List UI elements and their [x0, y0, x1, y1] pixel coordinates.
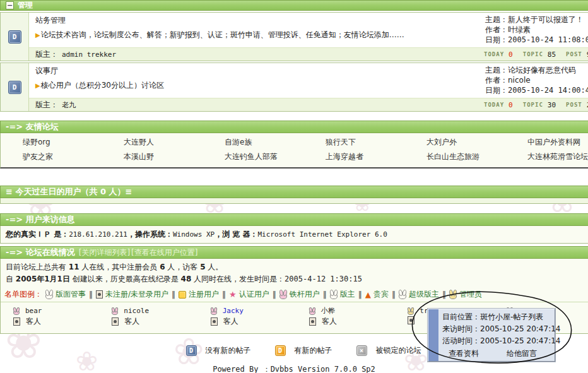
separator: ‖ [89, 290, 93, 299]
last-post-info: 主题：论坛好像有恶意代码 作者：nicole 日期：2005-10-24 14:… [484, 63, 588, 98]
topic-label: 主题： [485, 66, 508, 74]
online-user: nicole 客人 [112, 305, 210, 327]
friend-forum-link[interactable]: 狼行天下 [326, 137, 426, 148]
view-user-position-link[interactable]: [查看在线用户位置] [131, 247, 197, 258]
separator: ‖ [273, 290, 276, 299]
friend-forums-panel: 绿野org 大连野人 自游e族 狼行天下 大刘户外 中国户外资料网 驴友之家 本… [0, 133, 588, 169]
d-orange-icon: D [275, 345, 286, 356]
online-user: 小桦 客人 [309, 305, 408, 327]
forum-status-cell: D [1, 13, 29, 61]
photo-icon [13, 317, 20, 326]
os-value: Windows XP [173, 230, 215, 239]
author-label: 作者： [485, 76, 508, 85]
birthday-title: ≡ 今天过生日的用户（共 0 人）≡ [6, 186, 132, 198]
last-post-date: 2005-10-24 14:00:48 [508, 86, 588, 95]
author-label: 作者： [485, 25, 508, 34]
legend-item-label: 超级版主 [409, 289, 439, 300]
no-new-posts-icon[interactable]: D [8, 30, 21, 44]
separator: ‖ [222, 290, 226, 299]
friend-forum-link[interactable]: 本溪山野 [124, 151, 225, 162]
online-total-count: 11 [69, 263, 79, 271]
birthday-empty-row [0, 198, 588, 204]
friend-forum-link[interactable]: 大连林苑滑雪论坛 [527, 151, 588, 162]
friend-forum-link[interactable]: 上海穿越者 [326, 151, 426, 162]
collapse-icon[interactable]: − [6, 1, 14, 9]
legend-item-label: 注册用户 [189, 289, 219, 300]
bunny-white-icon [330, 293, 338, 299]
photo-icon [408, 316, 415, 324]
legend-item-label: 认证用户 [239, 289, 269, 300]
photo-icon [309, 317, 316, 326]
friend-forum-link[interactable]: 大刘户外 [426, 137, 527, 148]
forum-description-text: 论坛技术咨询，论坛制度公布、解答；新驴报到、认证；斑竹申请、管理投诉、任免通知；… [41, 30, 404, 39]
user-name-link[interactable]: nicole [124, 305, 149, 316]
today-label: TODAY [484, 51, 504, 57]
friend-forum-link[interactable]: 自游e族 [225, 137, 326, 148]
moderator-link[interactable]: admin trekker [62, 50, 116, 59]
forum-name-link[interactable]: 站务管理 [35, 15, 478, 26]
management-section-header: − 管理 [0, 0, 588, 11]
friend-forum-link[interactable]: 中国户外资料网 [527, 137, 588, 148]
friend-forum-link[interactable]: 大连钓鱼人部落 [225, 151, 326, 162]
forum-description: ▶论坛技术咨询，论坛制度公布、解答；新驴报到、认证；斑竹申请、管理投诉、任免通知… [35, 30, 478, 40]
moderator-link[interactable]: 老九 [62, 101, 76, 109]
user-role: 客人 [26, 316, 41, 327]
arrow-bullet-icon: ▶ [35, 32, 40, 38]
powered-by-text: Powered By ：Dvbbs Version 7.0.0 Sp2 [0, 364, 588, 373]
forum-description: ▶核心用户（总积分30分以上）讨论区 [35, 80, 478, 91]
photo-icon [112, 317, 119, 326]
last-author-link[interactable]: 叶绿素 [508, 25, 531, 34]
bunny-pink-icon [309, 310, 315, 315]
smiley-icon [179, 291, 186, 299]
bunny-yellow-icon [408, 310, 414, 315]
separator: ‖ [172, 290, 175, 299]
forum-row-site-management: D 站务管理 ▶论坛技术咨询，论坛制度公布、解答；新驴报到、认证；斑竹申请、管理… [0, 12, 588, 61]
post-count-label: POST [566, 102, 582, 108]
today-count: 0 [509, 50, 513, 59]
online-member-count: 6 [160, 263, 165, 271]
separator: ‖ [442, 290, 446, 299]
bunny-pink-icon [13, 310, 20, 315]
last-author-link[interactable]: nicole [508, 76, 531, 85]
today-label: TODAY [484, 102, 504, 108]
star-icon: ★ [229, 290, 237, 299]
arrow-bullet-icon: ▶ [35, 82, 40, 89]
user-name-link[interactable]: Jacky [223, 305, 244, 316]
friend-forum-link[interactable]: 驴友之家 [23, 151, 124, 162]
user-role: 客人 [322, 316, 337, 327]
birthday-section-header: ≡ 今天过生日的用户（共 0 人）≡ [0, 186, 588, 198]
user-name-link[interactable]: 小桦 [321, 305, 335, 316]
forum-stats: TODAY0 TOPIC30 POST259 [484, 101, 588, 109]
last-post-date: 2005-10-24 11:08:04 [508, 35, 588, 44]
view-profile-link[interactable]: 查看资料 [449, 348, 479, 360]
os-label: ，操作系统： [127, 230, 173, 239]
bunny-white-icon [45, 293, 53, 299]
browser-value: Microsoft Internet Explorer 6.0 [258, 230, 387, 239]
user-name-link[interactable]: bear [25, 305, 42, 316]
bunny-pink-icon [112, 310, 118, 315]
friend-forum-link[interactable]: 绿野org [23, 137, 124, 148]
forum-name-link[interactable]: 议事厅 [35, 66, 478, 76]
legend-item-label: 铁杆用户 [290, 289, 320, 300]
online-user: bear 客人 [13, 305, 112, 327]
ip-label: 您的真实ＩＰ 是： [6, 230, 69, 239]
friend-forum-link[interactable]: 长白山生态旅游 [426, 151, 527, 162]
tooltip-active-time: 活动时间：2005-10-25 20:47:14 [442, 335, 552, 347]
legend-item-label: 贵宾 [373, 289, 389, 300]
no-new-posts-icon[interactable]: D [8, 81, 21, 94]
date-label: 日期： [485, 35, 508, 44]
photo-icon [96, 290, 103, 299]
bunny-pink-icon [211, 310, 217, 315]
online-status-header: -=> 论坛在线情况 [关闭详细列表][查看在线用户位置] [0, 246, 588, 259]
forum-description-text: 核心用户（总积分30分以上）讨论区 [41, 81, 164, 90]
online-record-date: 2005-4-12 1:30:15 [285, 275, 362, 283]
legend-item-label: 版面管事 [56, 289, 86, 300]
legend-item-label: 未注册/未登录用户 [105, 289, 168, 300]
last-topic-link[interactable]: 新人终于可以报道了！ [508, 15, 584, 24]
leave-message-link[interactable]: 给他留言 [507, 348, 537, 360]
last-topic-link[interactable]: 论坛好像有恶意代码 [508, 66, 576, 74]
online-summary-line: 目前论坛上总共有 11 人在线，其中注册会员 6 人，访客 5 人。 [6, 261, 588, 273]
today-count: 0 [509, 101, 513, 109]
close-detail-list-link[interactable]: [关闭详细列表] [79, 247, 130, 258]
friend-forum-link[interactable]: 大连野人 [124, 137, 225, 148]
